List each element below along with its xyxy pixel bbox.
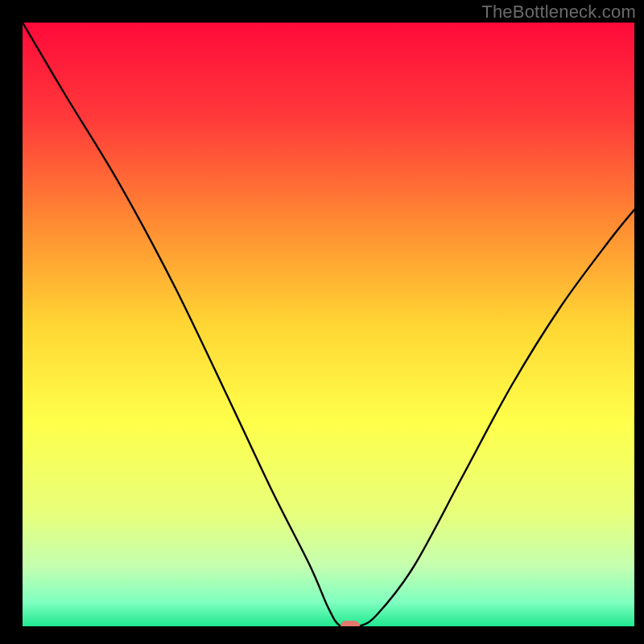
watermark-text: TheBottleneck.com	[481, 2, 636, 23]
plot-area	[23, 23, 634, 626]
plot-svg	[23, 23, 634, 626]
chart-frame: TheBottleneck.com	[0, 0, 644, 644]
optimal-point-marker	[341, 621, 360, 626]
gradient-backdrop	[23, 23, 634, 626]
